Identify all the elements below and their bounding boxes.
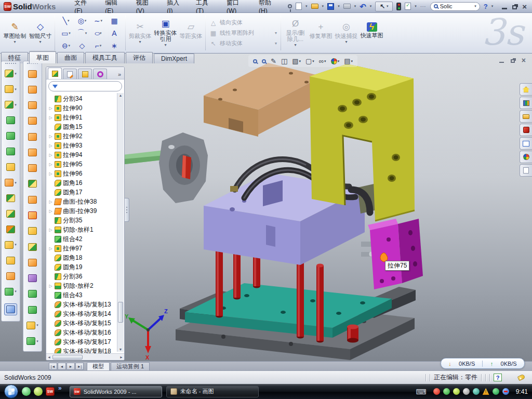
tree-item[interactable]: ▷拉伸91 bbox=[48, 113, 117, 122]
open-caret-icon[interactable]: ▾ bbox=[322, 4, 324, 8]
tree-item[interactable]: ▷拉伸93 bbox=[48, 141, 117, 150]
tree-item[interactable]: 分割34 bbox=[48, 94, 117, 103]
split-button[interactable] bbox=[6, 210, 15, 218]
model-short-pin[interactable] bbox=[347, 325, 358, 343]
new-caret-icon[interactable]: ▾ bbox=[305, 4, 308, 8]
expand-arrow-icon[interactable]: ▷ bbox=[48, 171, 53, 176]
extruded-boss-button[interactable]: ▾ bbox=[5, 70, 17, 77]
tree-item[interactable]: ▷拉伸97 bbox=[48, 244, 117, 253]
extruded-surface-button[interactable] bbox=[28, 70, 37, 78]
sketch-tool-sketch-fillet[interactable]: ⌐▾ bbox=[90, 39, 106, 52]
featuremanager-tab[interactable] bbox=[48, 68, 62, 79]
solidworks-resources-button[interactable] bbox=[520, 83, 532, 96]
sketch-tool-circle[interactable]: ◎▾ bbox=[74, 15, 90, 27]
tree-item[interactable]: 圆角16 bbox=[48, 178, 117, 188]
doc-tab-模型[interactable]: 模型 bbox=[87, 362, 110, 370]
scroll-thumb[interactable] bbox=[118, 302, 123, 323]
tree-item[interactable]: 实体-移动/复制14 bbox=[48, 309, 117, 318]
tab-评估[interactable]: 评估 bbox=[126, 52, 153, 63]
curve-button[interactable] bbox=[6, 272, 15, 280]
tree-item[interactable]: ▷切除-放样2 bbox=[48, 281, 117, 290]
pin-icon[interactable] bbox=[288, 2, 292, 11]
options-button[interactable] bbox=[405, 2, 411, 11]
extend-surface-button[interactable] bbox=[28, 259, 37, 267]
scroll-right-icon[interactable]: ► bbox=[119, 355, 123, 359]
design-library-button[interactable] bbox=[520, 97, 532, 109]
tree-item[interactable]: 圆角19 bbox=[48, 262, 117, 272]
extruded-cut-button[interactable]: ▾ bbox=[5, 85, 17, 93]
download-manager-icon[interactable] bbox=[502, 388, 509, 395]
tab-DimXpert[interactable]: DimXpert bbox=[154, 54, 194, 63]
sketch-tool-arc[interactable]: ⌒▾ bbox=[74, 27, 90, 39]
expand-arrow-icon[interactable]: ▷ bbox=[48, 209, 53, 214]
close-icon[interactable]: × bbox=[522, 3, 527, 10]
expand-arrow-icon[interactable]: ▷ bbox=[48, 134, 53, 139]
untrim-surface-button[interactable] bbox=[28, 243, 37, 251]
reference-point-button[interactable]: ▾ bbox=[5, 241, 17, 249]
options-caret-icon[interactable]: ▾ bbox=[415, 4, 417, 8]
toolbox-button[interactable] bbox=[520, 124, 532, 136]
taskbar-window-inactive[interactable]: 未命名 - 画图 bbox=[166, 386, 259, 397]
tab-草图[interactable]: 草图 bbox=[29, 51, 56, 63]
expand-arrow-icon[interactable]: ▷ bbox=[48, 246, 53, 251]
quick-launch-overflow-icon[interactable]: » bbox=[58, 384, 62, 392]
tab-曲面[interactable]: 曲面 bbox=[57, 52, 84, 63]
ribbon-smart-dimension-button[interactable]: ◇智能尺寸▾ bbox=[28, 13, 53, 53]
help-button[interactable]: ? bbox=[484, 3, 488, 10]
tree-item[interactable]: 分割36 bbox=[48, 272, 117, 281]
security-suite-icon[interactable] bbox=[34, 387, 43, 396]
display-style-button[interactable]: ▢▾ bbox=[305, 57, 314, 65]
doc-nav-3[interactable]: ►| bbox=[75, 363, 84, 370]
file-explorer-button[interactable] bbox=[520, 110, 532, 123]
scroll-left-icon[interactable]: ◄ bbox=[47, 355, 51, 359]
model-insert-block[interactable] bbox=[368, 219, 423, 289]
tree-item[interactable]: ▷拉伸95 bbox=[48, 159, 117, 169]
tree-horizontal-scrollbar[interactable]: ◄ ► bbox=[46, 353, 124, 360]
tree-item[interactable]: ▷曲面-拉伸39 bbox=[48, 206, 117, 216]
tree-item[interactable]: ▷切除-放样1 bbox=[48, 225, 117, 234]
sketch-tool-slot[interactable]: ⊖▾ bbox=[58, 39, 74, 52]
doc-minimize-icon[interactable] bbox=[499, 62, 504, 63]
taskbar-window-active[interactable]: SWSolidWorks 2009 - ... bbox=[70, 386, 162, 397]
print-caret-icon[interactable]: ▾ bbox=[354, 4, 356, 8]
doc-close-icon[interactable]: × bbox=[522, 57, 526, 64]
model-sprue-assembly[interactable] bbox=[117, 132, 208, 203]
expand-arrow-icon[interactable]: ▷ bbox=[48, 284, 53, 288]
ribbon-convert-entities-button[interactable]: ▣转换实体引用▾ bbox=[153, 13, 178, 53]
new-document-button[interactable] bbox=[296, 2, 302, 11]
appearances-button[interactable] bbox=[520, 151, 532, 163]
quick-tips-button[interactable]: ? bbox=[494, 374, 502, 381]
custom-properties-button[interactable] bbox=[520, 164, 532, 177]
expand-arrow-icon[interactable]: ▷ bbox=[48, 200, 53, 204]
expand-arrow-icon[interactable]: ▷ bbox=[48, 143, 53, 148]
tree-item[interactable]: 实体-移动/复制16 bbox=[48, 328, 117, 337]
doc-nav-0[interactable]: |◄ bbox=[49, 363, 57, 370]
tree-item[interactable]: ▷曲面-拉伸38 bbox=[48, 197, 117, 206]
panel-more-chevron-icon[interactable]: » bbox=[116, 71, 123, 79]
tree-item[interactable]: 实体-移动/复制15 bbox=[48, 318, 117, 328]
sketch-tool-polygon[interactable]: ◇ bbox=[74, 39, 90, 52]
undo-caret-icon[interactable]: ▾ bbox=[370, 4, 372, 8]
zoom-area-button[interactable] bbox=[262, 59, 266, 63]
swept-surface-button[interactable] bbox=[28, 101, 37, 109]
tag-icon[interactable] bbox=[517, 374, 526, 381]
tree-item[interactable]: 组合42 bbox=[48, 234, 117, 244]
antivirus-icon[interactable] bbox=[433, 388, 440, 395]
undo-button[interactable]: ↶ bbox=[360, 2, 366, 11]
boundary-surface-button[interactable] bbox=[28, 133, 37, 141]
search-caret-icon[interactable]: ▾ bbox=[474, 4, 476, 8]
start-button[interactable] bbox=[4, 384, 18, 398]
doc-nav-1[interactable]: ◄ bbox=[58, 363, 66, 370]
panel-splitter-handle[interactable] bbox=[125, 198, 129, 222]
fillet-button[interactable]: ▾ bbox=[5, 101, 17, 109]
restore-icon[interactable] bbox=[512, 5, 517, 9]
tree-item[interactable]: ▷拉伸96 bbox=[48, 169, 117, 178]
save-caret-icon[interactable]: ▾ bbox=[338, 4, 340, 8]
network-speed-monitor[interactable]: ↓ 0KB/S ↑ 0KB/S bbox=[441, 358, 525, 369]
sketch-tool-point[interactable]: ∗ bbox=[107, 39, 122, 52]
search-box[interactable]: Solic ▾ bbox=[430, 2, 480, 11]
combine-button[interactable] bbox=[6, 194, 15, 202]
protection-plus-icon[interactable] bbox=[493, 388, 499, 395]
lofted-surface-button[interactable] bbox=[28, 117, 37, 125]
dimxpertmanager-tab[interactable] bbox=[93, 69, 107, 79]
